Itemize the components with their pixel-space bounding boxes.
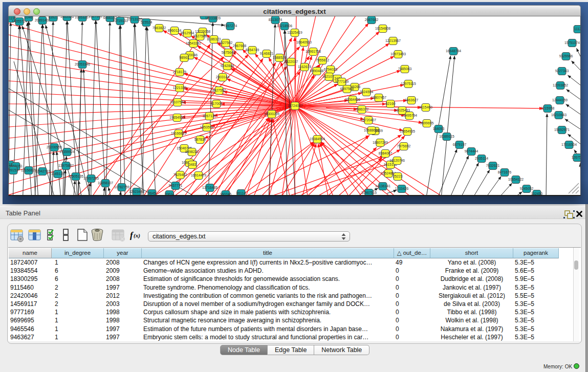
svg-text:16543382: 16543382 (186, 41, 201, 45)
svg-text:3267130: 3267130 (203, 114, 216, 118)
svg-text:16033809: 16033809 (205, 16, 221, 20)
svg-text:10654122: 10654122 (508, 178, 524, 181)
svg-text:9146821: 9146821 (260, 52, 274, 55)
svg-text:17957255: 17957255 (83, 177, 99, 180)
svg-text:86114: 86114 (236, 191, 246, 195)
svg-text:10782759: 10782759 (114, 185, 129, 189)
svg-text:3483: 3483 (188, 163, 196, 166)
svg-text:15692971: 15692971 (554, 128, 570, 132)
svg-text:1221339: 1221339 (173, 86, 187, 90)
svg-text:9227343: 9227343 (555, 69, 569, 73)
svg-text:16640910: 16640910 (296, 40, 312, 44)
svg-text:10358107: 10358107 (98, 181, 113, 185)
svg-text:12213967: 12213967 (385, 39, 401, 42)
svg-text:6897568: 6897568 (340, 87, 354, 91)
svg-text:13495794: 13495794 (402, 114, 417, 117)
svg-text:515524: 515524 (141, 20, 153, 24)
svg-text:7975692: 7975692 (397, 144, 411, 148)
svg-text:8427552: 8427552 (212, 89, 226, 92)
svg-text:8498222: 8498222 (185, 150, 199, 154)
svg-text:12444159: 12444159 (552, 98, 568, 102)
svg-text:62160: 62160 (386, 102, 396, 105)
svg-text:16807457: 16807457 (371, 96, 386, 99)
svg-text:9674444: 9674444 (465, 149, 478, 153)
svg-text:13716485: 13716485 (202, 186, 217, 189)
svg-text:7857274: 7857274 (224, 24, 237, 28)
svg-text:9115460: 9115460 (419, 105, 432, 109)
svg-text:587834: 587834 (194, 138, 206, 141)
svg-text:17016504: 17016504 (561, 143, 577, 146)
svg-text:7625402: 7625402 (173, 173, 187, 177)
svg-text:7663822: 7663822 (153, 26, 166, 30)
svg-text:(x): (x) (134, 232, 140, 239)
svg-text:1046: 1046 (25, 16, 32, 19)
svg-text:102450: 102450 (531, 192, 543, 195)
svg-text:20206555: 20206555 (47, 145, 62, 149)
svg-text:19654935: 19654935 (400, 129, 415, 133)
svg-text:1145139: 1145139 (51, 172, 64, 176)
svg-text:10973493: 10973493 (390, 52, 406, 56)
svg-text:126753: 126753 (572, 156, 581, 159)
svg-text:1065326: 1065326 (60, 16, 74, 18)
svg-text:8313074: 8313074 (269, 18, 282, 21)
svg-text:6879197: 6879197 (453, 143, 467, 146)
svg-text:9242848: 9242848 (221, 64, 234, 68)
svg-text:9699695: 9699695 (420, 121, 434, 125)
svg-text:17359924: 17359924 (59, 150, 75, 154)
svg-text:39151: 39151 (9, 168, 18, 172)
svg-text:3215958: 3215958 (541, 106, 555, 110)
svg-text:10967515: 10967515 (361, 191, 377, 194)
svg-text:12505135: 12505135 (68, 174, 83, 178)
svg-text:25223: 25223 (393, 174, 403, 178)
svg-text:9327502: 9327502 (219, 41, 233, 45)
svg-text:15720407: 15720407 (361, 118, 376, 122)
svg-text:9457771: 9457771 (169, 184, 183, 187)
svg-text:15751074: 15751074 (564, 41, 580, 45)
svg-text:1112: 1112 (574, 27, 581, 31)
svg-text:16210643: 16210643 (551, 113, 567, 117)
svg-text:10688609: 10688609 (364, 128, 379, 132)
svg-text:1353594: 1353594 (200, 125, 214, 129)
svg-text:18300295: 18300295 (264, 112, 279, 116)
svg-text:16914479: 16914479 (191, 173, 206, 177)
svg-text:8990448: 8990448 (310, 69, 324, 73)
svg-text:16107543: 16107543 (170, 100, 185, 104)
svg-text:19166825: 19166825 (171, 132, 186, 135)
svg-text:13975887: 13975887 (58, 164, 74, 167)
svg-text:7632621: 7632621 (486, 164, 500, 167)
svg-text:20614: 20614 (165, 192, 175, 195)
svg-text:16389115: 16389115 (439, 135, 454, 138)
svg-text:417004: 417004 (211, 102, 223, 105)
svg-text:3024554: 3024554 (360, 90, 374, 94)
svg-text:16120746: 16120746 (389, 159, 405, 162)
svg-text:16961758: 16961758 (306, 50, 321, 53)
svg-text:16648784: 16648784 (446, 49, 461, 53)
svg-text:19654935: 19654935 (169, 116, 185, 119)
svg-text:1588520: 1588520 (273, 56, 287, 59)
svg-text:14136141: 14136141 (375, 184, 390, 188)
svg-text:2087682: 2087682 (365, 18, 379, 21)
svg-text:8186323: 8186323 (207, 37, 221, 41)
svg-text:7485063: 7485063 (398, 67, 412, 71)
svg-text:20891406: 20891406 (35, 18, 50, 22)
svg-text:20364436: 20364436 (345, 98, 360, 101)
svg-text:2718176: 2718176 (173, 70, 187, 74)
svg-text:9327508: 9327508 (193, 34, 207, 38)
svg-text:20053346: 20053346 (75, 62, 90, 66)
svg-text:12156829: 12156829 (21, 168, 36, 172)
svg-text:9245052: 9245052 (520, 187, 534, 190)
svg-text:1733426: 1733426 (395, 187, 409, 190)
svg-text:12942737: 12942737 (35, 169, 50, 173)
svg-text:1327602: 1327602 (89, 16, 103, 18)
svg-text:10653267: 10653267 (75, 16, 90, 19)
svg-text:9463627: 9463627 (405, 98, 419, 102)
svg-text:7986372: 7986372 (355, 107, 369, 111)
svg-text:2967608: 2967608 (233, 44, 247, 48)
svg-text:11325419: 11325419 (287, 31, 302, 34)
svg-text:12093852: 12093852 (553, 83, 568, 87)
svg-text:12975115: 12975115 (401, 82, 416, 85)
svg-text:9777169: 9777169 (335, 80, 349, 83)
svg-text:19384554: 19384554 (310, 137, 325, 141)
svg-text:83921: 83921 (49, 16, 58, 19)
svg-text:5875645: 5875645 (222, 51, 235, 54)
